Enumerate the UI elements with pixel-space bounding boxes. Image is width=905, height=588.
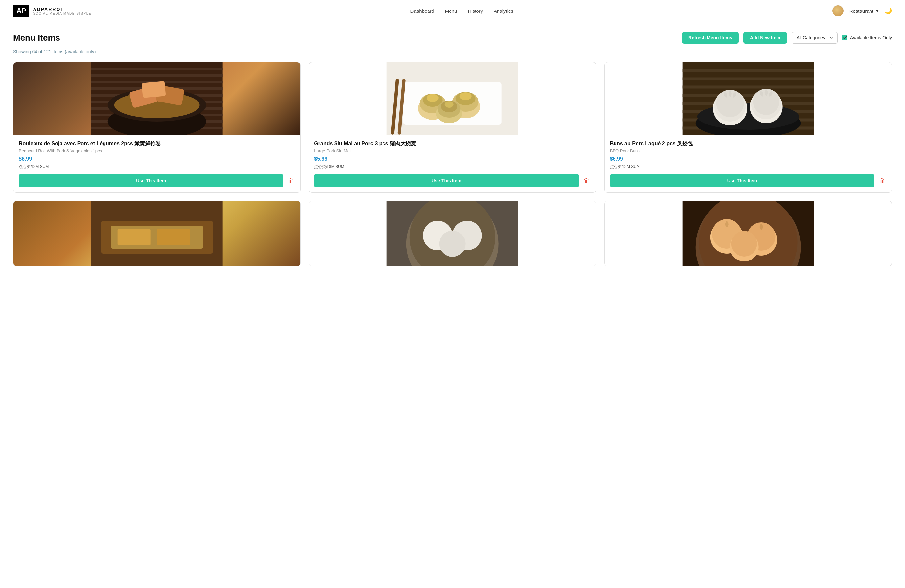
use-item-button-2[interactable]: Use This Item bbox=[314, 174, 579, 187]
menu-card-2: Grands Siu Mai au Porc 3 pcs 猪肉大烧麦 Large… bbox=[308, 62, 596, 193]
brand-tagline: SOCIAL MEDIA MADE SIMPLE bbox=[33, 12, 91, 16]
nav-history[interactable]: History bbox=[468, 8, 483, 14]
card-title-1: Rouleaux de Soja avec Porc et Légumes 2p… bbox=[19, 140, 295, 147]
use-item-button-3[interactable]: Use This Item bbox=[610, 174, 875, 187]
toolbar-right: Refresh Menu Items Add New Item All Cate… bbox=[682, 32, 892, 44]
page-title: Menu Items bbox=[13, 33, 60, 43]
logo-text: ADPARROT SOCIAL MEDIA MADE SIMPLE bbox=[33, 6, 91, 16]
svg-rect-16 bbox=[141, 81, 166, 98]
nav-menu[interactable]: Menu bbox=[445, 8, 457, 14]
svg-point-24 bbox=[427, 94, 439, 102]
logo-area: AP ADPARROT SOCIAL MEDIA MADE SIMPLE bbox=[13, 5, 91, 17]
showing-count: Showing 64 of 121 items (available only) bbox=[13, 49, 892, 54]
menu-card: Rouleaux de Soja avec Porc et Légumes 2p… bbox=[13, 62, 301, 193]
card-actions-3: Use This Item 🗑 bbox=[610, 174, 886, 187]
delete-item-button-1[interactable]: 🗑 bbox=[287, 176, 295, 185]
card-price-3: $6.99 bbox=[610, 156, 886, 162]
card-category-2: 点心类/DIM SUM bbox=[314, 164, 591, 170]
svg-point-60 bbox=[439, 231, 466, 257]
card-body-2: Grands Siu Mai au Porc 3 pcs 猪肉大烧麦 Large… bbox=[309, 135, 596, 192]
toolbar: Menu Items Refresh Menu Items Add New It… bbox=[13, 32, 892, 44]
card-title-2: Grands Siu Mai au Porc 3 pcs 猪肉大烧麦 bbox=[314, 140, 591, 147]
items-grid: Rouleaux de Soja avec Porc et Légumes 2p… bbox=[13, 62, 892, 266]
card-actions-2: Use This Item 🗑 bbox=[314, 174, 591, 187]
delete-item-button-3[interactable]: 🗑 bbox=[878, 176, 886, 185]
available-only-label: Available Items Only bbox=[850, 35, 892, 40]
svg-point-43 bbox=[697, 103, 799, 130]
card-category-1: 点心类/DIM SUM bbox=[19, 164, 295, 170]
logo-mark: AP bbox=[13, 5, 29, 17]
card-category-3: 点心类/DIM SUM bbox=[610, 164, 886, 170]
svg-point-69 bbox=[731, 231, 757, 257]
svg-rect-53 bbox=[117, 229, 151, 246]
food-illustration-6 bbox=[605, 201, 892, 266]
menu-card-4 bbox=[13, 201, 301, 266]
food-illustration-1 bbox=[13, 62, 300, 135]
page-content: Menu Items Refresh Menu Items Add New It… bbox=[0, 22, 905, 276]
restaurant-label: Restaurant bbox=[849, 8, 873, 14]
card-price-1: $6.99 bbox=[19, 156, 295, 162]
card-subtitle-1: Beancurd Roll With Pork & Vegetables 1pc… bbox=[19, 149, 295, 154]
restaurant-dropdown[interactable]: Restaurant ▾ bbox=[849, 8, 879, 14]
available-only-wrap[interactable]: Available Items Only bbox=[842, 35, 892, 40]
nav-right: Restaurant ▾ 🌙 bbox=[832, 5, 892, 16]
avatar bbox=[832, 5, 843, 16]
food-illustration-4 bbox=[13, 201, 300, 266]
nav-analytics[interactable]: Analytics bbox=[494, 8, 513, 14]
card-image-3 bbox=[605, 62, 892, 135]
card-subtitle-3: BBQ Pork Buns bbox=[610, 149, 886, 154]
food-illustration-2 bbox=[309, 62, 596, 135]
menu-card-6 bbox=[604, 201, 892, 266]
nav-dashboard[interactable]: Dashboard bbox=[410, 8, 434, 14]
card-actions-1: Use This Item 🗑 bbox=[19, 174, 295, 187]
card-image-5 bbox=[309, 201, 596, 266]
card-body-3: Buns au Porc Laqué 2 pcs 叉烧包 BBQ Pork Bu… bbox=[605, 135, 892, 192]
delete-item-button-2[interactable]: 🗑 bbox=[582, 176, 591, 185]
dark-mode-toggle[interactable]: 🌙 bbox=[884, 7, 892, 14]
brand-name: ADPARROT bbox=[33, 6, 91, 12]
category-filter[interactable]: All Categories Dim Sum Appetizers Mains … bbox=[792, 32, 838, 44]
food-illustration-3 bbox=[605, 62, 892, 135]
svg-rect-54 bbox=[157, 229, 190, 246]
menu-card-3: Buns au Porc Laqué 2 pcs 叉烧包 BBQ Pork Bu… bbox=[604, 62, 892, 193]
card-title-3: Buns au Porc Laqué 2 pcs 叉烧包 bbox=[610, 140, 886, 147]
svg-point-32 bbox=[445, 101, 454, 108]
main-nav: Dashboard Menu History Analytics bbox=[410, 8, 513, 14]
svg-point-28 bbox=[460, 92, 472, 100]
refresh-menu-button[interactable]: Refresh Menu Items bbox=[682, 32, 739, 44]
card-subtitle-2: Large Pork Siu Mai bbox=[314, 149, 591, 154]
card-image-6 bbox=[605, 201, 892, 266]
card-price-2: $5.99 bbox=[314, 156, 591, 162]
card-image-4 bbox=[13, 201, 300, 266]
add-new-item-button[interactable]: Add New Item bbox=[743, 32, 787, 44]
menu-card-5 bbox=[308, 201, 596, 266]
chevron-down-icon: ▾ bbox=[876, 8, 879, 14]
food-illustration-5 bbox=[309, 201, 596, 266]
card-image-1 bbox=[13, 62, 300, 135]
header: AP ADPARROT SOCIAL MEDIA MADE SIMPLE Das… bbox=[0, 0, 905, 22]
card-body-1: Rouleaux de Soja avec Porc et Légumes 2p… bbox=[13, 135, 300, 192]
card-image-2 bbox=[309, 62, 596, 135]
use-item-button-1[interactable]: Use This Item bbox=[19, 174, 283, 187]
available-only-checkbox[interactable] bbox=[842, 35, 848, 40]
